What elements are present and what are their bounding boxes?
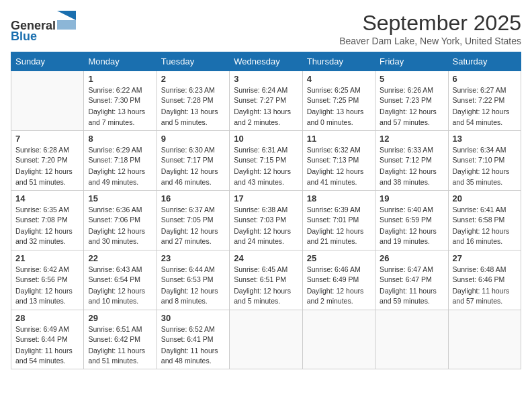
month-title: September 2025 — [339, 11, 521, 36]
sunrise: Sunrise: 6:28 AM — [15, 145, 79, 155]
weekday-header: Monday — [84, 52, 157, 71]
day-info: Sunrise: 6:52 AMSunset: 6:41 PMDaylight:… — [161, 324, 225, 367]
weekday-header: Thursday — [302, 52, 375, 71]
sunset: Sunset: 7:22 PM — [453, 95, 517, 105]
sunrise: Sunrise: 6:43 AM — [88, 265, 152, 275]
day-info: Sunrise: 6:31 AMSunset: 7:15 PMDaylight:… — [234, 145, 298, 187]
day-info: Sunrise: 6:30 AMSunset: 7:17 PMDaylight:… — [161, 145, 225, 187]
day-number: 16 — [161, 193, 225, 203]
day-info: Sunrise: 6:27 AMSunset: 7:22 PMDaylight:… — [453, 85, 517, 128]
sunset: Sunset: 6:47 PM — [380, 275, 443, 285]
daylight-hours: Daylight: 12 hours and 30 minutes. — [88, 226, 152, 246]
logo-icon — [57, 11, 76, 30]
day-info: Sunrise: 6:38 AMSunset: 7:03 PMDaylight:… — [234, 205, 298, 247]
day-info: Sunrise: 6:39 AMSunset: 7:01 PMDaylight:… — [307, 205, 371, 247]
sunrise: Sunrise: 6:46 AM — [307, 265, 371, 275]
calendar-cell: 21Sunrise: 6:42 AMSunset: 6:56 PMDayligh… — [11, 250, 84, 310]
daylight-hours: Daylight: 13 hours and 0 minutes. — [307, 107, 371, 127]
sunset: Sunset: 7:25 PM — [307, 95, 371, 105]
daylight-hours: Daylight: 12 hours and 8 minutes. — [161, 286, 225, 306]
day-number: 2 — [161, 74, 225, 84]
calendar-cell — [448, 310, 521, 369]
daylight-hours: Daylight: 12 hours and 43 minutes. — [234, 167, 298, 187]
sunrise: Sunrise: 6:32 AM — [307, 145, 371, 155]
calendar-cell: 13Sunrise: 6:34 AMSunset: 7:10 PMDayligh… — [448, 130, 521, 190]
calendar-cell: 14Sunrise: 6:35 AMSunset: 7:08 PMDayligh… — [11, 190, 84, 250]
calendar-cell: 17Sunrise: 6:38 AMSunset: 7:03 PMDayligh… — [230, 190, 302, 250]
sunrise: Sunrise: 6:24 AM — [234, 85, 298, 95]
sunset: Sunset: 7:13 PM — [307, 155, 371, 165]
daylight-hours: Daylight: 12 hours and 27 minutes. — [161, 226, 225, 246]
day-info: Sunrise: 6:48 AMSunset: 6:46 PMDaylight:… — [453, 265, 517, 307]
day-info: Sunrise: 6:51 AMSunset: 6:42 PMDaylight:… — [88, 324, 152, 367]
calendar-cell: 6Sunrise: 6:27 AMSunset: 7:22 PMDaylight… — [448, 71, 521, 131]
weekday-header: Friday — [375, 52, 448, 71]
calendar-cell: 5Sunrise: 6:26 AMSunset: 7:23 PMDaylight… — [375, 71, 448, 131]
sunset: Sunset: 7:15 PM — [234, 155, 298, 165]
daylight-hours: Daylight: 12 hours and 35 minutes. — [453, 167, 517, 187]
daylight-hours: Daylight: 12 hours and 10 minutes. — [88, 286, 152, 306]
daylight-hours: Daylight: 11 hours and 54 minutes. — [15, 346, 79, 366]
day-number: 21 — [15, 253, 79, 263]
daylight-hours: Daylight: 12 hours and 5 minutes. — [234, 286, 298, 306]
sunset: Sunset: 7:30 PM — [88, 95, 152, 105]
day-number: 15 — [88, 193, 152, 203]
sunrise: Sunrise: 6:33 AM — [380, 145, 443, 155]
calendar-cell: 11Sunrise: 6:32 AMSunset: 7:13 PMDayligh… — [302, 130, 375, 190]
sunset: Sunset: 6:42 PM — [88, 334, 152, 345]
daylight-hours: Daylight: 12 hours and 13 minutes. — [15, 286, 79, 306]
sunset: Sunset: 7:06 PM — [88, 215, 152, 225]
day-info: Sunrise: 6:23 AMSunset: 7:28 PMDaylight:… — [161, 85, 225, 128]
calendar-cell: 28Sunrise: 6:49 AMSunset: 6:44 PMDayligh… — [11, 310, 84, 369]
day-number: 18 — [307, 193, 371, 203]
day-number: 4 — [307, 74, 371, 84]
daylight-hours: Daylight: 12 hours and 51 minutes. — [15, 167, 79, 187]
calendar-cell: 30Sunrise: 6:52 AMSunset: 6:41 PMDayligh… — [157, 310, 229, 369]
daylight-hours: Daylight: 11 hours and 59 minutes. — [380, 286, 443, 306]
day-number: 6 — [453, 74, 517, 84]
page-header: General Blue September 2025 Beaver Dam L… — [11, 11, 521, 46]
sunrise: Sunrise: 6:44 AM — [161, 265, 225, 275]
day-info: Sunrise: 6:49 AMSunset: 6:44 PMDaylight:… — [15, 324, 79, 367]
daylight-hours: Daylight: 11 hours and 48 minutes. — [161, 346, 225, 366]
calendar-cell: 23Sunrise: 6:44 AMSunset: 6:53 PMDayligh… — [157, 250, 229, 310]
calendar-table: SundayMondayTuesdayWednesdayThursdayFrid… — [11, 52, 521, 369]
daylight-hours: Daylight: 12 hours and 2 minutes. — [307, 286, 371, 306]
sunrise: Sunrise: 6:48 AM — [453, 265, 517, 275]
day-number: 7 — [15, 134, 79, 144]
sunrise: Sunrise: 6:31 AM — [234, 145, 298, 155]
sunset: Sunset: 7:18 PM — [88, 155, 152, 165]
day-info: Sunrise: 6:44 AMSunset: 6:53 PMDaylight:… — [161, 265, 225, 307]
day-info: Sunrise: 6:47 AMSunset: 6:47 PMDaylight:… — [380, 265, 443, 307]
calendar-cell: 27Sunrise: 6:48 AMSunset: 6:46 PMDayligh… — [448, 250, 521, 310]
calendar-cell: 12Sunrise: 6:33 AMSunset: 7:12 PMDayligh… — [375, 130, 448, 190]
weekday-header: Saturday — [448, 52, 521, 71]
day-info: Sunrise: 6:35 AMSunset: 7:08 PMDaylight:… — [15, 205, 79, 247]
daylight-hours: Daylight: 12 hours and 41 minutes. — [307, 167, 371, 187]
sunrise: Sunrise: 6:35 AM — [15, 205, 79, 215]
calendar-cell: 15Sunrise: 6:36 AMSunset: 7:06 PMDayligh… — [84, 190, 157, 250]
sunset: Sunset: 7:05 PM — [161, 215, 225, 225]
logo: General Blue — [11, 11, 76, 44]
sunset: Sunset: 6:44 PM — [15, 334, 79, 345]
day-number: 11 — [307, 134, 371, 144]
day-number: 22 — [88, 253, 152, 263]
calendar-cell: 3Sunrise: 6:24 AMSunset: 7:27 PMDaylight… — [230, 71, 302, 131]
day-info: Sunrise: 6:42 AMSunset: 6:56 PMDaylight:… — [15, 265, 79, 307]
sunset: Sunset: 6:49 PM — [307, 275, 371, 285]
daylight-hours: Daylight: 12 hours and 54 minutes. — [453, 107, 517, 127]
day-info: Sunrise: 6:41 AMSunset: 6:58 PMDaylight:… — [453, 205, 517, 247]
calendar-cell: 18Sunrise: 6:39 AMSunset: 7:01 PMDayligh… — [302, 190, 375, 250]
day-info: Sunrise: 6:33 AMSunset: 7:12 PMDaylight:… — [380, 145, 443, 187]
sunrise: Sunrise: 6:30 AM — [161, 145, 225, 155]
day-number: 20 — [453, 193, 517, 203]
calendar-cell — [302, 310, 375, 369]
day-number: 19 — [380, 193, 443, 203]
daylight-hours: Daylight: 11 hours and 57 minutes. — [453, 286, 517, 306]
calendar-cell: 7Sunrise: 6:28 AMSunset: 7:20 PMDaylight… — [11, 130, 84, 190]
sunrise: Sunrise: 6:23 AM — [161, 85, 225, 95]
calendar-cell: 24Sunrise: 6:45 AMSunset: 6:51 PMDayligh… — [230, 250, 302, 310]
calendar-week-row: 21Sunrise: 6:42 AMSunset: 6:56 PMDayligh… — [11, 250, 521, 310]
sunrise: Sunrise: 6:42 AM — [15, 265, 79, 275]
sunrise: Sunrise: 6:41 AM — [453, 205, 517, 215]
